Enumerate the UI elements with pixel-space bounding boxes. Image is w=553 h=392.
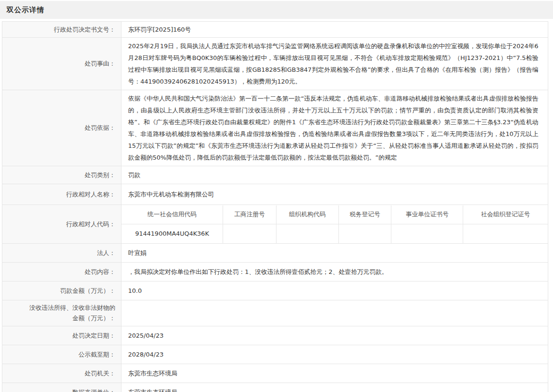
penalty-basis-text: 依据《中华人民共和国大气污染防治法》第一百一十二条第一款“违反本法规定，伪造机动…	[128, 93, 538, 163]
decision-date-label: 处罚决定日期：	[2, 326, 121, 345]
party-codes-table: 统一社会信用代码 工商注册号 组织机构代码 税务登记号 事业单位证书号 社会组织…	[121, 205, 548, 243]
business-reg-no-value	[223, 224, 276, 243]
row-party-name: 行政相对人名称： 东莞市中元机动车检测有限公司	[2, 184, 548, 205]
col-header-credit-code: 统一社会信用代码	[121, 205, 223, 224]
publicity-end-date-value: 2028/04/23	[121, 345, 548, 364]
party-name-value: 东莞市中元机动车检测有限公司	[121, 184, 548, 205]
row-penalty-category: 处罚类别： 罚款	[2, 166, 548, 184]
penalty-reason-value: 2025年2月19日，我局执法人员通过东莞市机动车排气污染监管网络系统远程调阅该…	[121, 38, 548, 90]
col-header-tax-reg-no: 税务登记号	[338, 205, 391, 224]
party-codes-value: 统一社会信用代码 工商注册号 组织机构代码 税务登记号 事业单位证书号 社会组织…	[121, 205, 548, 244]
row-legal-person: 法人： 叶宜娟	[2, 244, 548, 263]
penalty-category-label: 处罚类别：	[2, 166, 121, 184]
row-penalty-reason: 处罚事由： 2025年2月19日，我局执法人员通过东莞市机动车排气污染监管网络系…	[2, 38, 548, 90]
penalty-category-value: 罚款	[121, 166, 548, 184]
row-party-codes: 行政相对人代码： 统一社会信用代码 工商注册号 组织机构代码 税务登记号 事业单…	[2, 205, 548, 244]
row-decision-doc-no: 行政处罚决定书文号： 东环罚字[2025]160号	[2, 22, 548, 38]
row-penalty-authority: 处罚机关： 东莞市生态环境局	[2, 364, 548, 383]
legal-person-value: 叶宜娟	[121, 244, 548, 263]
tax-reg-no-value	[338, 224, 391, 243]
page-title: 双公示详情	[7, 6, 44, 15]
row-penalty-basis: 处罚依据： 依据《中华人民共和国大气污染防治法》第一百一十二条第一款“违反本法规…	[2, 90, 548, 166]
row-penalty-content: 处罚内容： ，我局拟决定对你单位作出如下行政处罚：1、没收违法所得壹佰贰拾元；2…	[2, 263, 548, 281]
row-confiscation-amount: 没收违法所得、没收非法财物的 金额（万元）：	[2, 300, 548, 326]
party-codes-header-row: 统一社会信用代码 工商注册号 组织机构代码 税务登记号 事业单位证书号 社会组织…	[121, 205, 548, 224]
penalty-reason-text: 2025年2月19日，我局执法人员通过东莞市机动车排气污染监管网络系统远程调阅该…	[128, 40, 538, 87]
decision-date-value: 2025/04/23	[121, 326, 548, 345]
credit-code-value: 91441900MA4UQ4K36K	[121, 224, 223, 243]
decision-doc-no-label: 行政处罚决定书文号：	[2, 22, 121, 38]
col-header-institution-cert-no: 事业单位证书号	[391, 205, 463, 224]
decision-doc-no-value: 东环罚字[2025]160号	[121, 22, 548, 38]
row-data-source: 数据来源单位： 东莞市生态环境局	[2, 383, 548, 392]
fine-amount-value: 10.0	[121, 281, 548, 300]
org-code-value	[276, 224, 338, 243]
penalty-content-label: 处罚内容：	[2, 263, 121, 281]
page-header-bar: 双公示详情	[0, 1, 553, 19]
confiscation-amount-value	[121, 300, 548, 326]
penalty-authority-label: 处罚机关：	[2, 364, 121, 383]
legal-person-label: 法人：	[2, 244, 121, 263]
col-header-social-org-cert-no: 社会组织登记证号	[463, 205, 548, 224]
party-name-label: 行政相对人名称：	[2, 184, 121, 205]
penalty-basis-label: 处罚依据：	[2, 90, 121, 166]
confiscation-amount-label-line2: 金额（万元）：	[6, 313, 115, 324]
fine-amount-label: 罚款金额（万元）：	[2, 281, 121, 300]
penalty-detail-table: 行政处罚决定书文号： 东环罚字[2025]160号 处罚事由： 2025年2月1…	[2, 21, 548, 392]
row-decision-date: 处罚决定日期： 2025/04/23	[2, 326, 548, 345]
social-org-cert-no-value	[463, 224, 548, 243]
institution-cert-no-value	[391, 224, 463, 243]
confiscation-amount-label: 没收违法所得、没收非法财物的 金额（万元）：	[2, 300, 121, 326]
penalty-reason-label: 处罚事由：	[2, 38, 121, 90]
party-codes-label: 行政相对人代码：	[2, 205, 121, 244]
publicity-end-date-label: 公示截至期：	[2, 345, 121, 364]
row-publicity-end-date: 公示截至期： 2028/04/23	[2, 345, 548, 364]
penalty-content-value: ，我局拟决定对你单位作出如下行政处罚：1、没收违法所得壹佰贰拾元；2、处壹拾万元…	[121, 263, 548, 281]
data-source-label: 数据来源单位：	[2, 383, 121, 392]
party-codes-value-row: 91441900MA4UQ4K36K	[121, 224, 548, 243]
col-header-org-code: 组织机构代码	[276, 205, 338, 224]
data-source-value: 东莞市生态环境局	[121, 383, 548, 392]
confiscation-amount-label-line1: 没收违法所得、没收非法财物的	[6, 303, 115, 313]
penalty-basis-value: 依据《中华人民共和国大气污染防治法》第一百一十二条第一款“违反本法规定，伪造机动…	[121, 90, 548, 166]
penalty-authority-value: 东莞市生态环境局	[121, 364, 548, 383]
col-header-business-reg-no: 工商注册号	[223, 205, 276, 224]
row-fine-amount: 罚款金额（万元）： 10.0	[2, 281, 548, 300]
